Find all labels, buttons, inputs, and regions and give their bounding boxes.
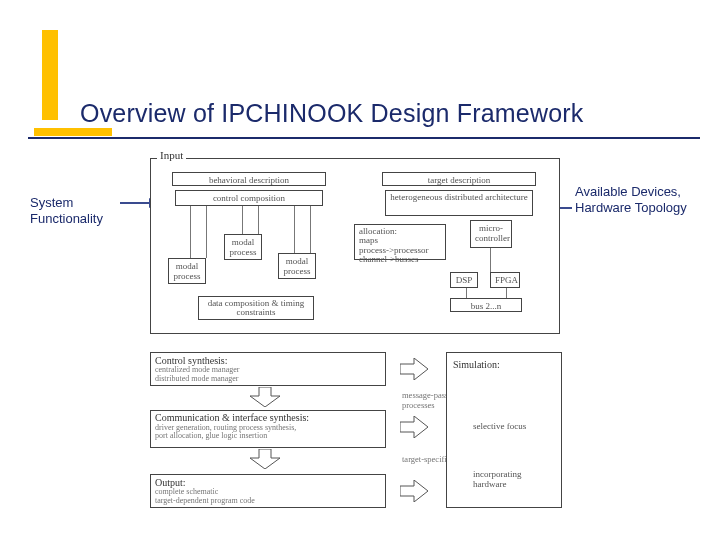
framework-diagram: Input behavioral description target desc…	[150, 158, 570, 520]
control-composition-box: control composition	[175, 190, 323, 206]
data-composition-box: data composition & timing constraints	[198, 296, 314, 320]
input-label: Input	[157, 149, 186, 161]
accent-block-horizontal	[34, 128, 112, 136]
bus-box: bus 2...n	[450, 298, 522, 312]
flow-arrow-right-icon	[400, 480, 428, 502]
simulation-box: Simulation: selective focus incorporatin…	[446, 352, 562, 508]
fpga-box: FPGA	[490, 272, 520, 288]
box-subtext: driver generation, routing process synth…	[155, 424, 381, 441]
box-subtext: complete schematic target-dependent prog…	[155, 488, 381, 506]
connector-line	[490, 248, 491, 272]
behavioral-description-box: behavioral description	[172, 172, 326, 186]
connector-line	[466, 288, 467, 298]
box-subtext: centralized mode manager distributed mod…	[155, 366, 381, 384]
modal-process-box: modal process	[168, 258, 206, 284]
output-box: Output: complete schematic target-depend…	[150, 474, 386, 508]
connector-line	[258, 206, 259, 234]
connector-line	[310, 206, 311, 253]
flow-arrow-right-icon	[400, 416, 428, 438]
callout-available-devices: Available Devices, Hardware Topology	[575, 184, 687, 217]
dsp-box: DSP	[450, 272, 478, 288]
connector-line	[190, 206, 191, 258]
flow-arrow-down-icon	[250, 387, 280, 407]
accent-block-vertical	[42, 30, 58, 120]
allocation-box: allocation: maps process->processor chan…	[354, 224, 446, 260]
flow-arrow-down-icon	[250, 449, 280, 469]
callout-system-functionality: System Functionality	[30, 195, 103, 228]
modal-process-box: modal process	[224, 234, 262, 260]
simulation-note: selective focus	[473, 421, 526, 431]
heterogeneous-architecture-box: heterogeneous distributed architecture	[385, 190, 533, 216]
modal-process-box: modal process	[278, 253, 316, 279]
communication-synthesis-box: Communication & interface synthesis: dri…	[150, 410, 386, 448]
box-heading: Communication & interface synthesis:	[155, 413, 381, 424]
title-underline	[28, 137, 700, 139]
control-synthesis-box: Control synthesis: centralized mode mana…	[150, 352, 386, 386]
simulation-note: incorporating hardware	[473, 469, 545, 489]
microcontroller-box: micro-controller	[470, 220, 512, 248]
box-heading: Simulation:	[451, 355, 557, 374]
connector-line	[206, 206, 207, 258]
slide-title: Overview of IPCHINOOK Design Framework	[80, 99, 584, 128]
flow-arrow-right-icon	[400, 358, 428, 380]
target-description-box: target description	[382, 172, 536, 186]
connector-line	[294, 206, 295, 253]
connector-line	[506, 288, 507, 298]
connector-line	[242, 206, 243, 234]
